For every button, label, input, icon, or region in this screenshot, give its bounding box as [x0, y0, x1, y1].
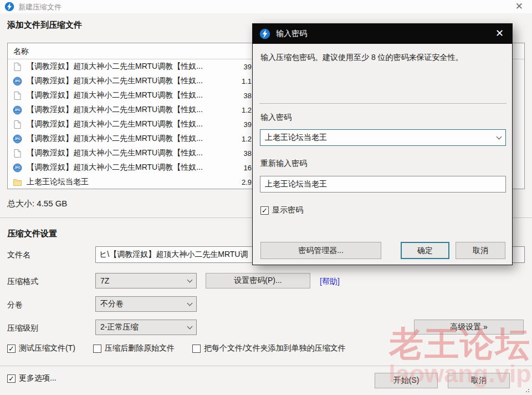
checkbox-label: 显示密码: [272, 205, 303, 215]
level-select[interactable]: 2-正常压缩: [95, 320, 197, 335]
option-checkbox[interactable]: 压缩后删除原始文件: [93, 343, 175, 353]
option-checkbox[interactable]: 把每个文件/文件夹添加到单独的压缩文件: [192, 343, 346, 353]
file-name: 【调教淫奴】超顶大神小二先生MRTU调教【性奴...: [27, 90, 203, 100]
file-name: 【调教淫奴】超顶大神小二先生MRTU调教【性奴...: [27, 119, 203, 129]
file-size: 39: [207, 120, 252, 129]
dialog-close-icon[interactable]: ✕: [495, 27, 504, 39]
checkbox-label: 压缩后删除原始文件: [105, 343, 175, 353]
chevron-down-icon: [497, 134, 502, 139]
file-name: 【调教淫奴】超顶大神小二先生MRTU调教【性奴...: [27, 134, 203, 144]
help-link[interactable]: [帮助]: [320, 277, 340, 287]
option-checkbox[interactable]: ✓ 测试压缩文件(T): [7, 343, 75, 353]
password-manager-button[interactable]: 密码管理器...: [260, 242, 381, 259]
file-icon: [13, 149, 22, 158]
confirm-password-label: 重新输入密码: [260, 159, 307, 169]
file-name: 【调教淫奴】超顶大神小二先生MRTU调教【性奴...: [27, 148, 203, 158]
file-name: 【调教淫奴】超顶大神小二先生MRTU调教【性奴...: [27, 62, 203, 72]
file-size: 1.2: [207, 135, 252, 143]
checkbox-icon: [93, 345, 101, 353]
password-dialog: 输入密码 ✕ 输入压缩包密码。建议使用至少 8 位的密码来保证安全性。 输入密码…: [252, 23, 513, 265]
main-titlebar: 新建压缩文件 ✕: [0, 0, 532, 13]
more-options-checkbox[interactable]: ✓ 更多选项...: [7, 373, 57, 383]
dialog-description: 输入压缩包密码。建议使用至少 8 位的密码来保证安全性。: [260, 53, 505, 63]
app-stage: 新建压缩文件 ✕ 添加文件到压缩文件 名称 【调教淫奴】超顶大神小二先生MRTU…: [0, 0, 532, 395]
set-password-button[interactable]: 设置密码(P)...: [206, 273, 310, 288]
jpg-file-icon: JPG: [13, 77, 22, 86]
file-icon: [13, 62, 22, 72]
file-name: 【调教淫奴】超顶大神小二先生MRTU调教【性奴...: [27, 105, 203, 115]
svg-text:JPG: JPG: [14, 108, 21, 112]
total-size-label: 总大小: 4.55 GB: [7, 199, 67, 209]
archive-settings-section-title: 压缩文件设置: [7, 229, 57, 239]
checkbox-label: 测试压缩文件(T): [19, 343, 75, 353]
cancel-button[interactable]: 取消: [448, 373, 510, 388]
checkbox-icon: ✓: [7, 374, 16, 383]
app-logo-icon: [259, 28, 270, 39]
file-size: 38: [207, 92, 252, 100]
window-title: 新建压缩文件: [18, 2, 62, 12]
format-select[interactable]: 7Z: [95, 273, 197, 288]
file-size: 16: [207, 164, 252, 172]
volume-select[interactable]: 不分卷: [95, 296, 197, 312]
file-name: 【调教淫奴】超顶大神小二先生MRTU调教【性奴...: [27, 76, 203, 86]
level-label: 压缩级别: [7, 323, 38, 333]
file-name: 【调教淫奴】超顶大神小二先生MRTU调教【性奴...: [27, 163, 203, 173]
checkbox-icon: [192, 345, 201, 353]
show-password-checkbox[interactable]: ✓ 显示密码: [260, 205, 303, 215]
checkbox-icon: ✓: [7, 345, 16, 353]
format-value: 7Z: [100, 276, 188, 285]
password-combobox[interactable]: [260, 129, 506, 146]
start-button[interactable]: 开始(S): [375, 373, 438, 388]
file-size: 39: [207, 63, 252, 71]
volume-label: 分卷: [7, 300, 23, 310]
file-size: 1.2: [207, 106, 252, 114]
app-logo-icon: [4, 2, 14, 12]
dialog-cancel-button[interactable]: 取消: [456, 242, 505, 259]
advanced-settings-button[interactable]: 高级设置 »: [414, 320, 524, 335]
checkbox-label: 更多选项...: [19, 373, 57, 383]
file-size: 2.9: [207, 178, 252, 186]
password-label: 输入密码: [260, 113, 291, 123]
jpg-file-icon: JPG: [13, 134, 22, 144]
chevron-down-icon: [187, 300, 193, 306]
file-name: 上老王论坛当老王: [27, 177, 89, 187]
filename-label: 文件名: [7, 250, 30, 260]
file-icon: [13, 120, 22, 129]
add-files-section-title: 添加文件到压缩文件: [7, 20, 82, 31]
separator: [0, 366, 532, 366]
folder-icon: [13, 178, 22, 187]
chevron-down-icon: [187, 323, 193, 329]
dialog-title: 输入密码: [276, 29, 307, 39]
resize-grip[interactable]: [524, 387, 529, 392]
file-size: 1.1: [207, 77, 252, 85]
chevron-down-icon: [187, 277, 193, 282]
svg-text:JPG: JPG: [14, 79, 21, 83]
jpg-file-icon: JPG: [13, 163, 22, 173]
volume-value: 不分卷: [100, 299, 188, 309]
checkbox-label: 把每个文件/文件夹添加到单独的压缩文件: [204, 343, 346, 353]
separator: [259, 103, 507, 104]
file-size: 38: [207, 149, 252, 158]
svg-text:JPG: JPG: [14, 137, 21, 140]
level-value: 2-正常压缩: [100, 322, 188, 332]
confirm-password-input[interactable]: [265, 180, 501, 189]
format-label: 压缩格式: [7, 277, 38, 287]
file-icon: [13, 91, 22, 100]
checkbox-icon: ✓: [260, 206, 269, 215]
jpg-file-icon: JPG: [13, 105, 22, 115]
password-input[interactable]: [265, 133, 497, 142]
confirm-password-field[interactable]: [260, 176, 506, 193]
dialog-titlebar: 输入密码 ✕: [253, 24, 512, 44]
svg-text:JPG: JPG: [14, 166, 21, 169]
ok-button[interactable]: 确定: [401, 242, 449, 259]
window-close-icon[interactable]: ✕: [515, 1, 523, 12]
